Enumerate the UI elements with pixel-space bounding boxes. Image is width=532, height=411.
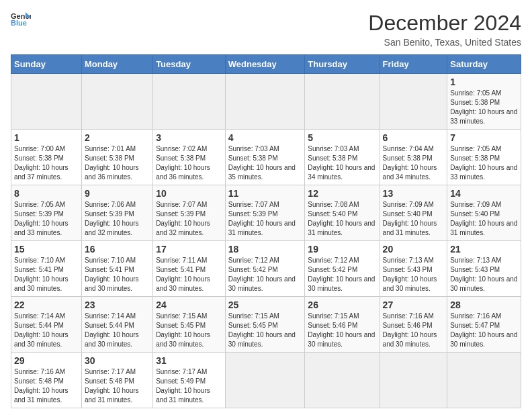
calendar-cell: [225, 74, 305, 130]
day-info: Sunrise: 7:05 AMSunset: 5:38 PMDaylight:…: [450, 89, 517, 125]
weekday-header: Wednesday: [225, 55, 305, 74]
calendar-cell: 11 Sunrise: 7:07 AMSunset: 5:39 PMDaylig…: [225, 185, 305, 241]
calendar-week-row: 8 Sunrise: 7:05 AMSunset: 5:39 PMDayligh…: [11, 185, 521, 241]
day-info: Sunrise: 7:13 AMSunset: 5:43 PMDaylight:…: [450, 257, 517, 292]
day-number: 9: [85, 188, 150, 199]
calendar-cell: [305, 74, 380, 130]
calendar-cell: [380, 74, 447, 130]
calendar-cell: 31 Sunrise: 7:17 AMSunset: 5:49 PMDaylig…: [153, 353, 226, 408]
day-info: Sunrise: 7:01 AMSunset: 5:38 PMDaylight:…: [85, 145, 139, 181]
day-info: Sunrise: 7:02 AMSunset: 5:38 PMDaylight:…: [156, 145, 210, 181]
calendar-cell: [305, 353, 380, 408]
title-area: December 2024 San Benito, Texas, United …: [368, 11, 521, 48]
calendar-cell: 9 Sunrise: 7:06 AMSunset: 5:39 PMDayligh…: [81, 185, 152, 241]
calendar-table: SundayMondayTuesdayWednesdayThursdayFrid…: [11, 54, 521, 408]
calendar-cell: 24 Sunrise: 7:15 AMSunset: 5:45 PMDaylig…: [153, 297, 226, 353]
day-number: 12: [308, 188, 376, 199]
day-number: 27: [383, 300, 445, 310]
calendar-body: 1 Sunrise: 7:05 AMSunset: 5:38 PMDayligh…: [11, 74, 521, 408]
calendar-cell: 1 Sunrise: 7:05 AMSunset: 5:38 PMDayligh…: [447, 74, 521, 130]
day-number: 15: [14, 244, 79, 255]
calendar-cell: [11, 74, 82, 130]
weekday-header: Friday: [380, 55, 447, 74]
calendar-cell: 28 Sunrise: 7:16 AMSunset: 5:47 PMDaylig…: [447, 297, 521, 353]
day-number: 7: [450, 132, 518, 143]
calendar-cell: [447, 353, 521, 408]
calendar-cell: 30 Sunrise: 7:17 AMSunset: 5:48 PMDaylig…: [81, 353, 152, 408]
calendar-week-row: 1 Sunrise: 7:05 AMSunset: 5:38 PMDayligh…: [11, 74, 521, 130]
day-number: 11: [228, 188, 302, 199]
calendar-cell: 19 Sunrise: 7:12 AMSunset: 5:42 PMDaylig…: [305, 241, 380, 297]
day-info: Sunrise: 7:12 AMSunset: 5:42 PMDaylight:…: [308, 257, 375, 292]
calendar-cell: 2 Sunrise: 7:01 AMSunset: 5:38 PMDayligh…: [81, 130, 152, 185]
calendar-cell: 23 Sunrise: 7:14 AMSunset: 5:44 PMDaylig…: [81, 297, 152, 353]
day-info: Sunrise: 7:07 AMSunset: 5:39 PMDaylight:…: [156, 201, 210, 236]
day-number: 31: [156, 355, 222, 366]
day-number: 10: [156, 188, 222, 199]
calendar-cell: [225, 353, 305, 408]
day-info: Sunrise: 7:15 AMSunset: 5:45 PMDaylight:…: [156, 312, 210, 348]
day-number: 29: [14, 355, 79, 366]
weekday-header: Tuesday: [153, 55, 226, 74]
calendar-cell: 27 Sunrise: 7:16 AMSunset: 5:46 PMDaylig…: [380, 297, 447, 353]
day-number: 19: [308, 244, 376, 255]
calendar-cell: 15 Sunrise: 7:10 AMSunset: 5:41 PMDaylig…: [11, 241, 82, 297]
day-info: Sunrise: 7:13 AMSunset: 5:43 PMDaylight:…: [383, 257, 437, 292]
day-number: 23: [85, 300, 150, 310]
calendar-cell: 18 Sunrise: 7:12 AMSunset: 5:42 PMDaylig…: [225, 241, 305, 297]
weekday-header: Saturday: [447, 55, 521, 74]
calendar-cell: 25 Sunrise: 7:15 AMSunset: 5:45 PMDaylig…: [225, 297, 305, 353]
calendar-cell: [81, 74, 152, 130]
calendar-cell: 17 Sunrise: 7:11 AMSunset: 5:41 PMDaylig…: [153, 241, 226, 297]
day-info: Sunrise: 7:04 AMSunset: 5:38 PMDaylight:…: [383, 145, 437, 181]
calendar-cell: 12 Sunrise: 7:08 AMSunset: 5:40 PMDaylig…: [305, 185, 380, 241]
weekday-header: Monday: [81, 55, 152, 74]
weekday-header: Thursday: [305, 55, 380, 74]
day-number: 2: [85, 132, 150, 143]
calendar-week-row: 1 Sunrise: 7:00 AMSunset: 5:38 PMDayligh…: [11, 130, 521, 185]
day-info: Sunrise: 7:03 AMSunset: 5:38 PMDaylight:…: [308, 145, 375, 181]
day-number: 17: [156, 244, 222, 255]
day-info: Sunrise: 7:11 AMSunset: 5:41 PMDaylight:…: [156, 257, 210, 292]
day-info: Sunrise: 7:09 AMSunset: 5:40 PMDaylight:…: [383, 201, 437, 236]
day-number: 22: [14, 300, 79, 310]
day-number: 26: [308, 300, 376, 310]
day-number: 24: [156, 300, 222, 310]
day-info: Sunrise: 7:00 AMSunset: 5:38 PMDaylight:…: [14, 145, 69, 181]
day-number: 25: [228, 300, 302, 310]
calendar-cell: 1 Sunrise: 7:00 AMSunset: 5:38 PMDayligh…: [11, 130, 82, 185]
location: San Benito, Texas, United States: [368, 37, 521, 48]
day-number: 5: [308, 132, 376, 143]
calendar-cell: 5 Sunrise: 7:03 AMSunset: 5:38 PMDayligh…: [305, 130, 380, 185]
day-info: Sunrise: 7:09 AMSunset: 5:40 PMDaylight:…: [450, 201, 517, 236]
calendar-week-row: 29 Sunrise: 7:16 AMSunset: 5:48 PMDaylig…: [11, 353, 521, 408]
month-title: December 2024: [368, 11, 521, 36]
calendar-cell: 7 Sunrise: 7:05 AMSunset: 5:38 PMDayligh…: [447, 130, 521, 185]
day-number: 16: [85, 244, 150, 255]
calendar-header: SundayMondayTuesdayWednesdayThursdayFrid…: [11, 55, 521, 74]
day-number: 6: [383, 132, 445, 143]
calendar-cell: 8 Sunrise: 7:05 AMSunset: 5:39 PMDayligh…: [11, 185, 82, 241]
day-info: Sunrise: 7:10 AMSunset: 5:41 PMDaylight:…: [85, 257, 139, 292]
day-number: 18: [228, 244, 302, 255]
calendar-cell: 14 Sunrise: 7:09 AMSunset: 5:40 PMDaylig…: [447, 185, 521, 241]
day-info: Sunrise: 7:06 AMSunset: 5:39 PMDaylight:…: [85, 201, 139, 236]
calendar-cell: 6 Sunrise: 7:04 AMSunset: 5:38 PMDayligh…: [380, 130, 447, 185]
day-info: Sunrise: 7:17 AMSunset: 5:48 PMDaylight:…: [85, 368, 139, 404]
day-number: 30: [85, 355, 150, 366]
day-info: Sunrise: 7:05 AMSunset: 5:39 PMDaylight:…: [14, 201, 69, 236]
calendar-week-row: 22 Sunrise: 7:14 AMSunset: 5:44 PMDaylig…: [11, 297, 521, 353]
header: General Blue December 2024 San Benito, T…: [11, 11, 521, 48]
calendar-cell: 4 Sunrise: 7:03 AMSunset: 5:38 PMDayligh…: [225, 130, 305, 185]
calendar-cell: 29 Sunrise: 7:16 AMSunset: 5:48 PMDaylig…: [11, 353, 82, 408]
day-number: 1: [14, 132, 79, 143]
day-info: Sunrise: 7:16 AMSunset: 5:46 PMDaylight:…: [383, 312, 437, 348]
day-info: Sunrise: 7:05 AMSunset: 5:38 PMDaylight:…: [450, 145, 517, 181]
day-info: Sunrise: 7:17 AMSunset: 5:49 PMDaylight:…: [156, 368, 210, 404]
day-info: Sunrise: 7:16 AMSunset: 5:48 PMDaylight:…: [14, 368, 69, 404]
calendar-cell: 13 Sunrise: 7:09 AMSunset: 5:40 PMDaylig…: [380, 185, 447, 241]
logo-icon: General Blue: [11, 11, 31, 27]
calendar-cell: [380, 353, 447, 408]
day-info: Sunrise: 7:14 AMSunset: 5:44 PMDaylight:…: [85, 312, 139, 348]
svg-text:Blue: Blue: [11, 19, 27, 27]
